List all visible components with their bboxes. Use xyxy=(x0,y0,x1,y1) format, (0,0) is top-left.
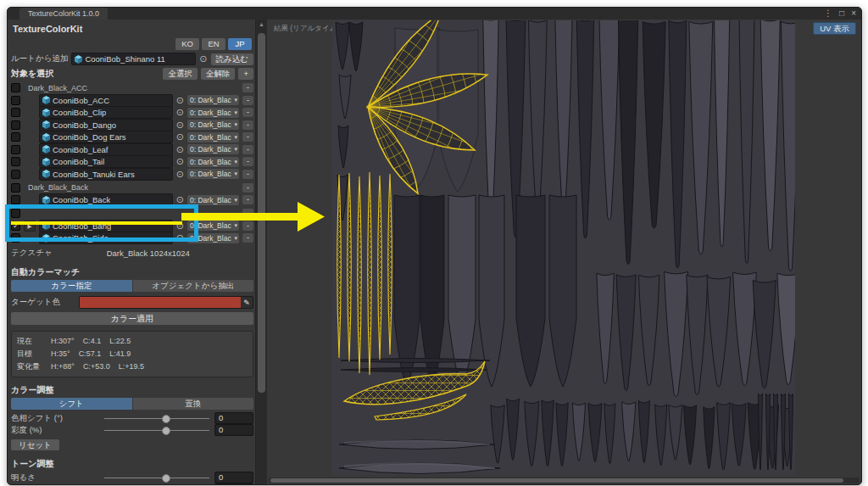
object-field[interactable]: CooniBob_Dango xyxy=(39,119,173,131)
item-checkbox[interactable] xyxy=(11,108,20,117)
object-field[interactable]: CooniBob_Dog Ears xyxy=(39,131,173,143)
object-picker-icon[interactable]: ⊙ xyxy=(176,131,184,142)
material-dropdown[interactable]: 0: Dark_Blac▾ xyxy=(187,233,239,243)
object-picker-icon[interactable]: ⊙ xyxy=(176,221,184,232)
apply-color-button[interactable]: カラー適用 xyxy=(11,312,253,325)
remove-item-button[interactable]: - xyxy=(242,145,253,154)
tone-slider-0-slider[interactable] xyxy=(104,472,209,483)
object-field[interactable]: CooniBob_Tanuki Ears xyxy=(39,168,173,181)
remove-item-button[interactable]: - xyxy=(242,195,253,204)
scroll-up-icon[interactable]: ▲ xyxy=(256,21,267,27)
object-picker-icon[interactable]: ⊙ xyxy=(176,156,184,167)
object-field[interactable]: CooniBob_ACC xyxy=(39,94,173,107)
object-picker-icon[interactable]: ⊙ xyxy=(176,169,184,180)
load-button[interactable]: 読み込む xyxy=(211,53,253,65)
uv-display-button[interactable]: UV 表示 xyxy=(813,22,856,35)
tab-color-spec[interactable]: カラー指定 xyxy=(11,280,132,292)
close-icon[interactable]: × xyxy=(851,8,856,20)
remove-item-button[interactable]: - xyxy=(242,96,253,105)
material-dropdown[interactable]: 0: Dark_Blac▾ xyxy=(187,132,239,142)
remove-group-button[interactable]: - xyxy=(242,209,253,218)
color-slider-1-slider[interactable] xyxy=(104,424,209,436)
item-checkbox[interactable] xyxy=(11,132,20,142)
horizontal-scrollbar[interactable] xyxy=(269,478,860,483)
list-item[interactable]: CooniBob_Tanuki Ears⊙0: Dark_Blac▾- xyxy=(11,169,253,180)
tone-slider-1-slider[interactable] xyxy=(104,483,209,484)
list-item[interactable]: CooniBob_Dog Ears⊙0: Dark_Blac▾- xyxy=(11,131,253,142)
lang-button-jp[interactable]: JP xyxy=(228,38,252,50)
item-checkbox[interactable] xyxy=(11,157,20,166)
remove-group-button[interactable]: - xyxy=(242,83,253,92)
window-titlebar[interactable]: TextureColorKit 1.0.0 ⋮ □ × xyxy=(8,8,861,20)
select-all-button[interactable]: 全選択 xyxy=(163,68,198,80)
menu-icon[interactable]: ⋮ xyxy=(824,8,832,20)
tab-extract-from-object[interactable]: オブジェクトから抽出 xyxy=(133,280,254,292)
material-dropdown[interactable]: 0: Dark_Blac▾ xyxy=(187,95,239,105)
lang-button-en[interactable]: EN xyxy=(202,38,225,50)
root-object-field[interactable]: CooniBob_Shinano 11 xyxy=(71,53,196,65)
list-item[interactable]: CooniBob_Clip⊙0: Dark_Blac▾- xyxy=(11,107,253,118)
object-picker-icon[interactable]: ⊙ xyxy=(176,120,184,131)
hscrollbar-thumb[interactable] xyxy=(270,478,843,483)
object-picker-icon[interactable]: ⊙ xyxy=(176,232,184,243)
item-checkbox[interactable]: ✓ xyxy=(11,221,20,231)
reset-button[interactable]: リセット xyxy=(11,439,59,450)
slider-knob[interactable] xyxy=(162,474,170,483)
item-checkbox[interactable] xyxy=(11,145,20,154)
tone-slider-1-value[interactable]: 0 xyxy=(214,483,253,484)
object-field[interactable]: CooniBob_Clip xyxy=(39,106,173,119)
list-item[interactable]: CooniBob_Leaf⊙0: Dark_Blac▾- xyxy=(11,144,253,155)
clear-all-button[interactable]: 全解除 xyxy=(201,68,236,80)
material-dropdown[interactable]: 0: Dark_Blac▾ xyxy=(187,169,239,179)
vertical-scrollbar[interactable]: ▲ xyxy=(255,20,267,484)
add-group-button[interactable]: + xyxy=(238,68,253,80)
material-dropdown[interactable]: 0: Dark_Blac▾ xyxy=(187,157,239,167)
object-field[interactable]: CooniBob_Back xyxy=(39,193,173,206)
item-checkbox[interactable] xyxy=(11,170,20,179)
maximize-icon[interactable]: □ xyxy=(839,8,844,20)
list-item[interactable]: CooniBob_Side⊙0: Dark_Blac▾- xyxy=(11,232,253,243)
object-field[interactable]: CooniBob_Tail xyxy=(39,155,173,168)
tab-replace[interactable]: 置換 xyxy=(133,398,254,410)
group-checkbox[interactable] xyxy=(11,83,20,92)
object-picker-icon[interactable]: ⊙ xyxy=(176,107,184,118)
remove-item-button[interactable]: - xyxy=(242,233,253,243)
material-dropdown[interactable]: 0: Dark_Blac▾ xyxy=(187,221,239,231)
remove-item-button[interactable]: - xyxy=(242,120,253,130)
tab-shift[interactable]: シフト xyxy=(11,398,132,410)
slider-knob[interactable] xyxy=(162,415,170,423)
scrollbar-thumb[interactable] xyxy=(258,33,265,393)
target-color-swatch[interactable] xyxy=(80,297,241,308)
material-dropdown[interactable]: 0: Dark_Blac▾ xyxy=(187,144,239,154)
group-checkbox[interactable] xyxy=(11,209,20,218)
remove-item-button[interactable]: - xyxy=(242,170,253,179)
remove-item-button[interactable]: - xyxy=(242,132,253,142)
item-checkbox[interactable] xyxy=(11,120,20,130)
list-item[interactable]: CooniBob_Back⊙0: Dark_Blac▾- xyxy=(11,194,253,205)
material-dropdown[interactable]: 0: Dark_Blac▾ xyxy=(187,108,239,118)
color-slider-0-slider[interactable] xyxy=(104,412,209,424)
remove-item-button[interactable]: - xyxy=(242,221,253,231)
material-dropdown[interactable]: 0: Dark_Blac▾ xyxy=(187,120,239,130)
object-field[interactable]: CooniBob_Side xyxy=(39,232,173,244)
object-field[interactable]: CooniBob_Bang xyxy=(39,220,173,232)
window-tab[interactable]: TextureColorKit 1.0.0 xyxy=(19,8,108,20)
material-dropdown[interactable]: 0: Dark_Blac▾ xyxy=(187,195,239,205)
object-picker-icon[interactable]: ⊙ xyxy=(176,144,184,155)
tone-slider-0-value[interactable]: 0 xyxy=(214,472,253,483)
object-picker-icon[interactable]: ⊙ xyxy=(176,194,184,205)
remove-item-button[interactable]: - xyxy=(242,157,253,166)
eyedropper-icon[interactable]: ✎ xyxy=(241,297,253,308)
list-item[interactable]: CooniBob_Dango⊙0: Dark_Blac▾- xyxy=(11,120,253,131)
object-picker-icon[interactable]: ⊙ xyxy=(176,95,184,106)
remove-group-button[interactable]: - xyxy=(242,183,253,193)
color-slider-1-value[interactable]: 0 xyxy=(214,424,253,436)
remove-item-button[interactable]: - xyxy=(242,108,253,117)
list-item[interactable]: CooniBob_Tail⊙0: Dark_Blac▾- xyxy=(11,156,253,167)
item-checkbox[interactable] xyxy=(11,233,20,243)
list-item[interactable]: ✓▶CooniBob_Bang⊙0: Dark_Blac▾- xyxy=(11,221,253,232)
item-checkbox[interactable] xyxy=(11,195,20,204)
list-item[interactable]: CooniBob_ACC⊙0: Dark_Blac▾- xyxy=(11,95,253,106)
color-slider-0-value[interactable]: 0 xyxy=(214,412,253,424)
lang-button-ko[interactable]: KO xyxy=(175,38,199,50)
